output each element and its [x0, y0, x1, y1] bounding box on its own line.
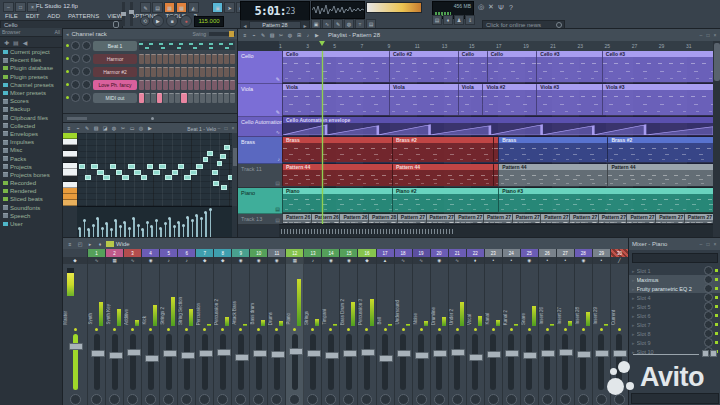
- midi-note[interactable]: [172, 170, 179, 175]
- strip-fader[interactable]: [88, 332, 105, 392]
- strip-fader[interactable]: [322, 332, 339, 392]
- step-cell[interactable]: [224, 54, 229, 64]
- velocity-bar[interactable]: [169, 219, 171, 238]
- browser-item[interactable]: Recent files: [0, 56, 62, 64]
- fx-mix-knob[interactable]: [704, 329, 713, 338]
- step-cell[interactable]: [139, 93, 144, 103]
- browser-item[interactable]: Backup: [0, 105, 62, 113]
- piano-key[interactable]: [63, 200, 77, 206]
- strip-pan-knob[interactable]: [467, 392, 484, 405]
- file-icon[interactable]: ▤: [13, 39, 19, 46]
- master-fader[interactable]: [63, 332, 87, 392]
- strip-fader[interactable]: [358, 332, 375, 392]
- slide-icon[interactable]: ♪: [304, 31, 312, 40]
- midi-note[interactable]: [213, 181, 219, 186]
- strip-number[interactable]: 3: [124, 249, 141, 257]
- strip-pan-knob[interactable]: [449, 392, 466, 405]
- step-cell[interactable]: [194, 67, 199, 77]
- step-cell[interactable]: [218, 54, 223, 64]
- midi-note[interactable]: [103, 175, 110, 180]
- track-lane[interactable]: Pattern 44 Pattern 44: [282, 164, 713, 188]
- playlist-clip[interactable]: Piano #2: [392, 188, 499, 212]
- fx-enable-led[interactable]: [715, 287, 718, 290]
- strip-number[interactable]: 15: [340, 249, 357, 257]
- step-cell[interactable]: [212, 93, 217, 103]
- mixer-strip[interactable]: 3 ∿ Additive: [124, 249, 142, 405]
- channel-pan-knob[interactable]: [71, 80, 80, 89]
- track-name-cell[interactable]: Piano ▤: [238, 188, 282, 214]
- browser-item[interactable]: Channel presets: [0, 81, 62, 89]
- sync-icon[interactable]: ◎: [476, 2, 486, 12]
- fx-mix-knob[interactable]: [704, 293, 713, 302]
- record-button[interactable]: ●: [180, 15, 192, 27]
- mixer-strip[interactable]: 17 ▲ Bell: [377, 249, 395, 405]
- mixer-strip[interactable]: 7 ◆ Percussion: [196, 249, 214, 405]
- mixer-strip[interactable]: 5 ♪ Strings 2: [160, 249, 178, 405]
- browser-item[interactable]: Misc: [0, 146, 62, 154]
- step-cell[interactable]: [181, 54, 186, 64]
- delete-icon[interactable]: ◪: [101, 124, 109, 132]
- fx-slot-row[interactable]: ▸ Slot 9: [629, 338, 720, 347]
- browser-item[interactable]: Envelopes: [0, 130, 62, 138]
- midi-note[interactable]: [97, 170, 104, 175]
- midi-note[interactable]: [116, 170, 123, 175]
- step-cell[interactable]: [188, 80, 193, 90]
- strip-number[interactable]: 25: [521, 249, 538, 257]
- mixer-layout-icon[interactable]: [106, 241, 114, 247]
- strip-fader[interactable]: [503, 332, 520, 392]
- step-cell[interactable]: [163, 67, 168, 77]
- velocity-bar[interactable]: [210, 210, 212, 238]
- step-cell[interactable]: [230, 80, 235, 90]
- step-cell[interactable]: [157, 80, 162, 90]
- browser-item[interactable]: User: [0, 220, 62, 228]
- main-pitch-slider[interactable]: [122, 2, 125, 26]
- browser-item[interactable]: Plugin database: [0, 64, 62, 72]
- close-icon[interactable]: ×: [712, 241, 718, 247]
- browser-item[interactable]: Rendered: [0, 187, 62, 195]
- strip-fader[interactable]: [268, 332, 285, 392]
- strip-number[interactable]: 23: [485, 249, 502, 257]
- mixer-strip[interactable]: 12 ▦ Piano: [286, 249, 304, 405]
- velocity-bar[interactable]: [147, 223, 149, 239]
- playlist-clip[interactable]: Pattern 27: [454, 214, 484, 223]
- velocity-bar[interactable]: [97, 219, 99, 238]
- fx-enable-led[interactable]: [715, 278, 718, 281]
- channel-volume-knob[interactable]: [82, 93, 91, 102]
- fx-mix-knob[interactable]: [704, 311, 713, 320]
- playlist-clip[interactable]: Piano #3: [498, 188, 714, 212]
- strip-pan-knob[interactable]: [358, 392, 375, 405]
- strip-fader[interactable]: [124, 332, 141, 392]
- step-cell[interactable]: [145, 54, 150, 64]
- playlist-vscrollbar[interactable]: [713, 41, 720, 238]
- velocity-bar[interactable]: [196, 216, 198, 238]
- strip-pan-knob[interactable]: [88, 392, 105, 405]
- midi-note[interactable]: [153, 170, 160, 175]
- strip-fader[interactable]: [250, 332, 267, 392]
- step-cell[interactable]: [224, 93, 229, 103]
- route-icon[interactable]: ▸: [86, 240, 94, 248]
- strip-pan-knob[interactable]: [377, 392, 394, 405]
- fx-enable-led[interactable]: [715, 332, 718, 335]
- strip-number[interactable]: 6: [178, 249, 195, 257]
- track-lane[interactable]: Brass Brass #2: [282, 137, 713, 164]
- browser-filter[interactable]: All: [54, 29, 60, 35]
- step-cell[interactable]: [230, 67, 235, 77]
- strip-pan-knob[interactable]: [557, 392, 574, 405]
- step-cell[interactable]: [206, 80, 211, 90]
- magnet-icon[interactable]: ⌁: [74, 124, 82, 132]
- strip-number[interactable]: 10: [250, 249, 267, 257]
- zoom-icon[interactable]: ◎: [137, 124, 145, 132]
- playlist-clip[interactable]: Viola #3: [602, 84, 714, 115]
- step-cell[interactable]: [230, 93, 235, 103]
- fx-enable-led[interactable]: [715, 269, 718, 272]
- mixer-strip[interactable]: 9 ◉ Attack Bass: [232, 249, 250, 405]
- playlist-clip[interactable]: Pattern 27: [426, 214, 456, 223]
- mixer-strip[interactable]: 27 • Insert 27: [557, 249, 575, 405]
- step-cell[interactable]: [230, 54, 235, 64]
- midi-note[interactable]: [184, 175, 191, 180]
- strip-pan-knob[interactable]: [268, 392, 285, 405]
- strip-number[interactable]: 28: [575, 249, 592, 257]
- strip-number[interactable]: 20: [431, 249, 448, 257]
- strip-fader[interactable]: [467, 332, 484, 392]
- velocity-bar[interactable]: [115, 221, 117, 238]
